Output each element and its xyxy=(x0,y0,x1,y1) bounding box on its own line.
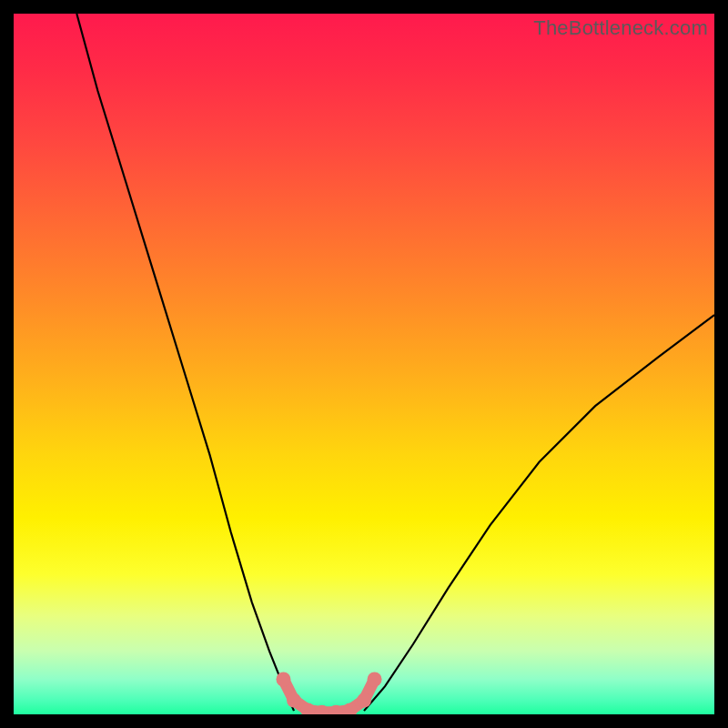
valley-dot xyxy=(368,672,382,687)
curve-layer xyxy=(14,14,714,714)
chart-frame: TheBottleneck.com xyxy=(0,0,728,728)
right-curve xyxy=(364,315,714,711)
valley-dot xyxy=(276,672,290,687)
plot-area xyxy=(14,14,714,714)
left-curve xyxy=(76,14,294,711)
valley-dot xyxy=(287,693,301,708)
valley-dot xyxy=(357,693,371,708)
watermark-text: TheBottleneck.com xyxy=(533,16,708,40)
